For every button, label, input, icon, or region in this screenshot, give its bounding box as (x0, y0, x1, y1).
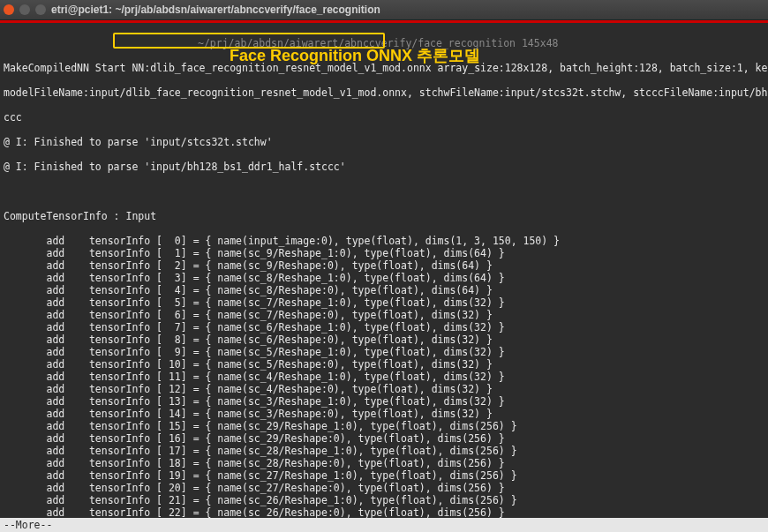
tensor-info-row: add tensorInfo [ 20] = { name(sc_27/Resh… (4, 482, 764, 494)
tensor-info-row: add tensorInfo [ 8] = { name(sc_6/Reshap… (4, 333, 764, 346)
tensor-info-list: add tensorInfo [ 0] = { name(input_image… (4, 235, 764, 532)
tensor-info-row: add tensorInfo [ 21] = { name(sc_26/Resh… (4, 494, 764, 506)
tensor-info-row: add tensorInfo [ 3] = { name(sc_8/Reshap… (4, 272, 764, 284)
tensor-info-row: add tensorInfo [ 11] = { name(sc_4/Resha… (4, 371, 764, 383)
tensor-info-row: add tensorInfo [ 19] = { name(sc_27/Resh… (4, 469, 764, 482)
tensor-info-row: add tensorInfo [ 0] = { name(input_image… (4, 235, 764, 247)
tensor-info-row: add tensorInfo [ 5] = { name(sc_7/Reshap… (4, 296, 764, 309)
window-title-bar: etri@pciet1: ~/prj/ab/abdsn/aiwarert/abn… (0, 0, 768, 20)
tensor-info-row: add tensorInfo [ 16] = { name(sc_29/Resh… (4, 432, 764, 445)
tensor-info-row: add tensorInfo [ 13] = { name(sc_3/Resha… (4, 395, 764, 408)
tensor-info-row: add tensorInfo [ 14] = { name(sc_3/Resha… (4, 408, 764, 420)
finished-parse-2: @ I: Finished to parse 'input/bh128_bs1_… (4, 161, 764, 173)
close-icon[interactable] (4, 4, 14, 15)
tensor-info-row: add tensorInfo [ 1] = { name(sc_9/Reshap… (4, 247, 764, 259)
more-prompt[interactable]: --More-- (0, 518, 768, 532)
layout-info-line: ~/prj/ab/abdsn/aiwarert/abnccverify/face… (4, 37, 764, 49)
tensor-info-row: add tensorInfo [ 10] = { name(sc_5/Resha… (4, 358, 764, 371)
window-title: etri@pciet1: ~/prj/ab/abdsn/aiwarert/abn… (51, 4, 380, 16)
makecompiled-line: MakeCompiledNN Start NN:dlib_face_recogn… (4, 62, 764, 74)
compute-tensor-header: ComputeTensorInfo : Input (4, 210, 764, 222)
model-file-line-wrap: ccc (4, 111, 764, 124)
finished-parse-1: @ I: Finished to parse 'input/stcs32t.st… (4, 136, 764, 148)
tensor-info-row: add tensorInfo [ 9] = { name(sc_5/Reshap… (4, 346, 764, 358)
minimize-icon[interactable] (19, 4, 30, 15)
tensor-info-row: add tensorInfo [ 7] = { name(sc_6/Reshap… (4, 321, 764, 333)
terminal-output[interactable]: ~/prj/ab/abdsn/aiwarert/abnccverify/face… (0, 23, 768, 532)
tensor-info-row: add tensorInfo [ 18] = { name(sc_28/Resh… (4, 457, 764, 469)
tensor-info-row: add tensorInfo [ 2] = { name(sc_9/Reshap… (4, 259, 764, 272)
tensor-info-row: add tensorInfo [ 12] = { name(sc_4/Resha… (4, 383, 764, 395)
tensor-info-row: add tensorInfo [ 22] = { name(sc_26/Resh… (4, 506, 764, 519)
tensor-info-row: add tensorInfo [ 15] = { name(sc_29/Resh… (4, 420, 764, 432)
maximize-icon[interactable] (35, 4, 46, 15)
nn-model-text: NN:dlib_face_recognition_resnet_model_v1… (132, 62, 431, 74)
tensor-info-row: add tensorInfo [ 6] = { name(sc_7/Reshap… (4, 309, 764, 321)
tensor-info-row: add tensorInfo [ 4] = { name(sc_8/Reshap… (4, 284, 764, 296)
blank-line (4, 185, 764, 198)
tensor-info-row: add tensorInfo [ 17] = { name(sc_28/Resh… (4, 445, 764, 457)
model-file-line: modelFileName:input/dlib_face_recognitio… (4, 86, 764, 99)
